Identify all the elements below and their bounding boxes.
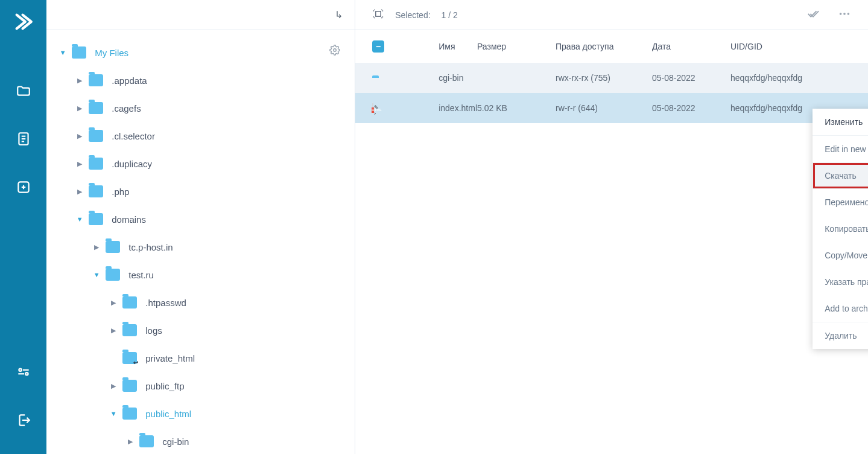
chevron-right-icon: ▶ bbox=[92, 243, 101, 251]
col-date[interactable]: Дата bbox=[652, 42, 730, 51]
tree-item[interactable]: ▶.htpasswd bbox=[51, 289, 350, 316]
tree-item[interactable]: ▶.php bbox=[51, 177, 350, 205]
tree-label: .duplicacy bbox=[112, 159, 152, 169]
cell-size: 5.02 KB bbox=[477, 103, 556, 113]
chevron-right-icon: ▶ bbox=[75, 188, 84, 196]
ctx-item[interactable]: Указать права доступа bbox=[813, 269, 868, 295]
tree-label: .php bbox=[112, 187, 129, 197]
context-menu: ИзменитьEdit in new tabСкачатьПереименов… bbox=[813, 109, 868, 349]
folder-icon bbox=[122, 380, 137, 392]
tree-item[interactable]: ▶public_ftp bbox=[51, 372, 350, 400]
logout-icon[interactable] bbox=[9, 406, 38, 435]
col-name[interactable]: Имя bbox=[439, 42, 477, 51]
folder-icon bbox=[106, 241, 120, 253]
tree-label: public_ftp bbox=[145, 381, 184, 391]
files-icon[interactable] bbox=[9, 76, 38, 105]
tree-item[interactable]: ▶cgi-bin bbox=[51, 427, 350, 454]
col-owner[interactable]: UID/GID bbox=[730, 42, 851, 51]
create-icon[interactable] bbox=[9, 173, 38, 202]
svg-rect-12 bbox=[376, 11, 381, 16]
tree-item[interactable]: ▶logs bbox=[51, 316, 350, 344]
svg-point-14 bbox=[843, 13, 846, 15]
chevron-right-icon: ▶ bbox=[75, 132, 84, 140]
chevron-right-icon: ▶ bbox=[109, 382, 118, 390]
table-row[interactable]: index.html5.02 KBrw-r-r (644)05-08-2022h… bbox=[355, 93, 868, 123]
tree-item[interactable]: ▶tc.p-host.in bbox=[51, 233, 350, 261]
chevron-down-icon: ▼ bbox=[75, 216, 84, 223]
tree-label: .htpasswd bbox=[145, 298, 186, 308]
tree-item[interactable]: private_html bbox=[51, 344, 350, 372]
ctx-item[interactable]: Add to archive bbox=[813, 295, 868, 322]
cell-owner: heqqxfdg/heqqxfdg bbox=[730, 73, 851, 83]
selected-label: Selected: bbox=[395, 10, 430, 20]
ctx-item[interactable]: Удалить bbox=[813, 322, 868, 349]
chevron-right-icon: ▶ bbox=[75, 160, 84, 168]
more-icon[interactable] bbox=[838, 7, 851, 22]
folder-icon bbox=[122, 324, 137, 336]
table-row[interactable]: cgi-binrwx-rx-rx (755)05-08-2022heqqxfdg… bbox=[355, 63, 868, 93]
enter-icon[interactable]: ↳ bbox=[335, 9, 343, 21]
tree-item[interactable]: ▶.appdata bbox=[51, 66, 350, 94]
select-all-icon[interactable] bbox=[372, 8, 384, 22]
chevron-right-icon: ▶ bbox=[109, 327, 118, 334]
ctx-item[interactable]: Копировать bbox=[813, 216, 868, 242]
chevron-down-icon: ▼ bbox=[92, 271, 101, 278]
chevron-right-icon: ▶ bbox=[75, 104, 84, 112]
main-toolbar: Selected: 1 / 2 bbox=[355, 0, 868, 30]
folder-icon bbox=[139, 435, 154, 447]
tree-label: domains bbox=[112, 214, 146, 225]
document-icon[interactable] bbox=[9, 124, 38, 153]
tree-root[interactable]: ▼ My Files bbox=[51, 39, 350, 66]
col-size[interactable]: Размер bbox=[477, 42, 556, 51]
svg-point-15 bbox=[847, 13, 850, 15]
settings-icon[interactable] bbox=[9, 357, 38, 386]
folder-icon bbox=[89, 130, 103, 142]
table-header: − Имя Размер Права доступа Дата UID/GID bbox=[355, 30, 868, 63]
folder-link-icon bbox=[122, 352, 137, 364]
ctx-item[interactable]: Скачать bbox=[813, 162, 868, 189]
ctx-item[interactable]: Copy/Move to... bbox=[813, 242, 868, 269]
folder-icon bbox=[106, 269, 120, 281]
app-logo bbox=[11, 10, 36, 34]
tree-label: logs bbox=[145, 325, 162, 336]
tree-item[interactable]: ▶.duplicacy bbox=[51, 150, 350, 177]
cell-date: 05-08-2022 bbox=[652, 73, 730, 83]
col-perms[interactable]: Права доступа bbox=[556, 42, 652, 51]
folder-icon bbox=[89, 74, 103, 86]
svg-point-7 bbox=[19, 369, 21, 371]
chevron-right-icon: ▶ bbox=[126, 438, 135, 446]
gear-icon[interactable] bbox=[329, 45, 340, 57]
selected-count: 1 / 2 bbox=[442, 10, 458, 20]
cell-name: index.html bbox=[439, 103, 477, 113]
folder-icon bbox=[122, 408, 137, 420]
svg-point-9 bbox=[25, 372, 28, 375]
folder-icon bbox=[89, 213, 103, 225]
checkbox-indeterminate[interactable]: − bbox=[372, 40, 384, 53]
svg-point-11 bbox=[334, 49, 337, 52]
ctx-item[interactable]: Edit in new tab bbox=[813, 136, 868, 162]
nav-rail bbox=[0, 0, 46, 454]
tree-item[interactable]: ▶.cagefs bbox=[51, 94, 350, 122]
cell-perms: rw-r-r (644) bbox=[556, 103, 652, 113]
tree-toolbar: ↳ bbox=[46, 0, 355, 30]
folder-icon bbox=[89, 158, 103, 170]
tree-item[interactable]: ▶.cl.selector bbox=[51, 122, 350, 150]
cell-perms: rwx-rx-rx (755) bbox=[556, 73, 652, 83]
tree-panel: ↳ ▼ My Files ▶.appdata▶.cagefs▶.cl.selec… bbox=[46, 0, 355, 454]
cell-name: cgi-bin bbox=[439, 73, 477, 83]
chevron-right-icon: ▶ bbox=[75, 77, 84, 85]
tree-item[interactable]: ▼domains bbox=[51, 205, 350, 233]
deselect-icon[interactable] bbox=[806, 7, 820, 22]
ctx-item[interactable]: Изменить bbox=[813, 109, 868, 136]
tree-label: test.ru bbox=[128, 270, 154, 280]
tree-item[interactable]: ▼test.ru bbox=[51, 261, 350, 289]
svg-point-13 bbox=[840, 13, 842, 15]
tree-label: cgi-bin bbox=[162, 436, 189, 447]
html-file-icon bbox=[372, 103, 373, 114]
tree-item[interactable]: ▼public_html bbox=[51, 400, 350, 427]
chevron-down-icon: ▼ bbox=[59, 49, 67, 56]
tree-label: My Files bbox=[95, 48, 128, 58]
ctx-item[interactable]: Переименовать bbox=[813, 189, 868, 216]
tree-label: .cagefs bbox=[112, 103, 141, 114]
tree-label: .appdata bbox=[112, 75, 147, 86]
